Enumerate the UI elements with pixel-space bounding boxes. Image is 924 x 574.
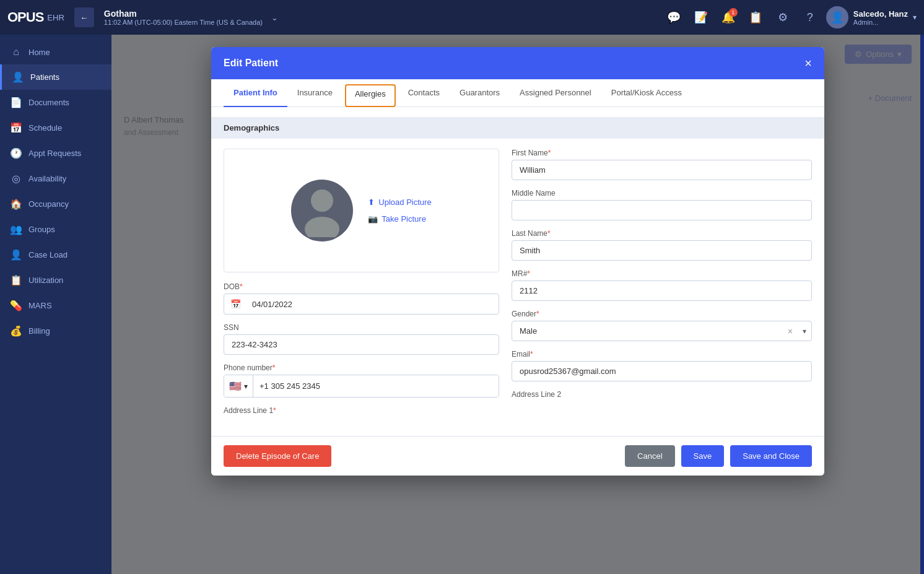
sidebar-label-appt: Appt Requests bbox=[28, 149, 81, 158]
tab-insurance[interactable]: Insurance bbox=[287, 79, 342, 107]
first-name-label: First Name* bbox=[512, 149, 812, 157]
gender-select[interactable]: Male Female Other bbox=[512, 321, 783, 341]
gender-clear-icon[interactable]: × bbox=[783, 326, 798, 336]
dob-label: DOB* bbox=[224, 282, 499, 291]
appt-icon: 🕐 bbox=[10, 147, 22, 159]
tab-patient-info[interactable]: Patient Info bbox=[224, 79, 287, 107]
settings-icon[interactable]: ⚙ bbox=[772, 6, 794, 28]
phone-flag-select[interactable]: 🇺🇸 ▾ bbox=[224, 375, 253, 397]
modal-title: Edit Patient bbox=[224, 58, 278, 69]
utilization-icon: 📋 bbox=[10, 274, 22, 286]
take-picture-button[interactable]: 📷 Take Picture bbox=[368, 214, 431, 224]
occupancy-icon: 🏠 bbox=[10, 198, 22, 210]
tab-contacts[interactable]: Contacts bbox=[398, 79, 450, 107]
phone-group: Phone number* 🇺🇸 ▾ bbox=[224, 363, 499, 398]
sidebar-label-availability: Availability bbox=[28, 174, 66, 183]
back-button[interactable]: ← bbox=[74, 7, 94, 27]
last-name-input[interactable] bbox=[512, 240, 812, 261]
sidebar-label-schedule: Schedule bbox=[28, 123, 62, 133]
cancel-button[interactable]: Cancel bbox=[625, 445, 674, 467]
tab-assigned-personnel[interactable]: Assigned Personnel bbox=[510, 79, 601, 107]
email-input[interactable] bbox=[512, 361, 812, 381]
sidebar-label-home: Home bbox=[28, 48, 50, 57]
user-dropdown-icon[interactable]: ▾ bbox=[913, 13, 917, 22]
sidebar-label-billing: Billing bbox=[28, 326, 50, 336]
facility-dropdown-icon[interactable]: ⌄ bbox=[271, 13, 278, 22]
chat-icon[interactable]: 💬 bbox=[663, 6, 685, 28]
save-close-button[interactable]: Save and Close bbox=[730, 445, 812, 467]
modal-close-button[interactable]: × bbox=[804, 57, 812, 69]
help-icon[interactable]: ? bbox=[799, 6, 821, 28]
facility-time: 11:02 AM (UTC-05:00) Eastern Time (US & … bbox=[104, 19, 263, 26]
sidebar-item-utilization[interactable]: 📋 Utilization bbox=[0, 267, 111, 293]
modal-body: Demographics bbox=[211, 107, 824, 436]
case-load-icon: 👤 bbox=[10, 249, 22, 261]
sidebar-label-documents: Documents bbox=[28, 98, 69, 107]
sidebar-item-occupancy[interactable]: 🏠 Occupancy bbox=[0, 191, 111, 217]
phone-input[interactable] bbox=[253, 375, 499, 397]
photo-actions: ⬆ Upload Picture 📷 Take Picture bbox=[368, 198, 431, 224]
logo-ehr: EHR bbox=[47, 13, 64, 22]
sidebar-item-documents[interactable]: 📄 Documents bbox=[0, 90, 111, 115]
middle-name-input[interactable] bbox=[512, 200, 812, 220]
email-label: Email* bbox=[512, 350, 812, 359]
dob-input-wrapper: 📅 bbox=[224, 294, 499, 315]
sidebar-item-home[interactable]: ⌂ Home bbox=[0, 40, 111, 64]
address1-label: Address Line 1* bbox=[224, 406, 499, 415]
calendar-icon: 📅 bbox=[224, 294, 247, 314]
app-logo: OPUS EHR bbox=[7, 9, 64, 25]
mr-input[interactable] bbox=[512, 280, 812, 301]
sidebar-item-patients[interactable]: 👤 Patients bbox=[0, 64, 111, 90]
user-info[interactable]: 👤 Salcedo, Hanz Admin... ▾ bbox=[826, 6, 917, 28]
delete-episode-button[interactable]: Delete Episode of Care bbox=[224, 445, 331, 467]
sidebar-item-mars[interactable]: 💊 MARS bbox=[0, 293, 111, 318]
modal-header: Edit Patient × bbox=[211, 47, 824, 79]
avatar-silhouette bbox=[300, 185, 344, 237]
camera-icon: 📷 bbox=[368, 214, 378, 224]
sidebar-item-case-load[interactable]: 👤 Case Load bbox=[0, 242, 111, 267]
demographics-section-header: Demographics bbox=[211, 117, 824, 139]
upload-label: Upload Picture bbox=[378, 198, 431, 207]
sidebar-item-billing[interactable]: 💰 Billing bbox=[0, 318, 111, 344]
address2-label: Address Line 2 bbox=[512, 390, 812, 399]
sidebar-item-schedule[interactable]: 📅 Schedule bbox=[0, 115, 111, 141]
first-name-input[interactable] bbox=[512, 160, 812, 180]
notifications-icon[interactable]: 🔔 1 bbox=[717, 6, 739, 28]
main-content: ⚙ Options ▾ + Document D Albert Thomas a… bbox=[111, 35, 924, 574]
dob-group: DOB* 📅 bbox=[224, 282, 499, 315]
notes-icon[interactable]: 📝 bbox=[690, 6, 712, 28]
sidebar-label-occupancy: Occupancy bbox=[28, 199, 69, 209]
tab-allergies[interactable]: Allergies bbox=[345, 84, 396, 107]
top-nav: OPUS EHR ← Gotham 11:02 AM (UTC-05:00) E… bbox=[0, 0, 924, 35]
tab-portal-kiosk[interactable]: Portal/Kiosk Access bbox=[601, 79, 692, 107]
mr-group: MR#* bbox=[512, 269, 812, 301]
sidebar-item-groups[interactable]: 👥 Groups bbox=[0, 217, 111, 242]
sidebar-item-availability[interactable]: ◎ Availability bbox=[0, 166, 111, 191]
facility-info: Gotham 11:02 AM (UTC-05:00) Eastern Time… bbox=[104, 9, 263, 26]
patients-icon: 👤 bbox=[12, 71, 24, 83]
tab-guarantors[interactable]: Guarantors bbox=[450, 79, 510, 107]
sidebar-label-utilization: Utilization bbox=[28, 276, 63, 285]
sidebar-label-patients: Patients bbox=[30, 72, 59, 82]
avatar: 👤 bbox=[826, 6, 848, 28]
ssn-input[interactable] bbox=[224, 334, 499, 355]
modal-tabs: Patient Info Insurance Allergies Contact… bbox=[211, 79, 824, 107]
ssn-label: SSN bbox=[224, 323, 499, 332]
facility-name: Gotham bbox=[104, 9, 263, 19]
first-name-group: First Name* bbox=[512, 149, 812, 180]
dob-input[interactable] bbox=[247, 295, 499, 314]
sidebar-item-appt-requests[interactable]: 🕐 Appt Requests bbox=[0, 141, 111, 166]
email-group: Email* bbox=[512, 350, 812, 381]
gender-select-wrapper: Male Female Other × ▾ bbox=[512, 321, 812, 341]
upload-picture-button[interactable]: ⬆ Upload Picture bbox=[368, 198, 431, 207]
gender-dropdown-icon[interactable]: ▾ bbox=[798, 327, 811, 336]
upload-icon: ⬆ bbox=[368, 198, 375, 207]
availability-icon: ◎ bbox=[10, 173, 22, 185]
avatar-placeholder bbox=[291, 180, 353, 241]
svg-point-1 bbox=[305, 217, 339, 237]
clipboard-icon[interactable]: 📋 bbox=[744, 6, 767, 28]
modal-overlay: Edit Patient × Patient Info Insurance Al… bbox=[111, 35, 924, 574]
save-button[interactable]: Save bbox=[681, 445, 725, 467]
home-icon: ⌂ bbox=[10, 46, 22, 58]
notification-badge: 1 bbox=[729, 8, 738, 17]
